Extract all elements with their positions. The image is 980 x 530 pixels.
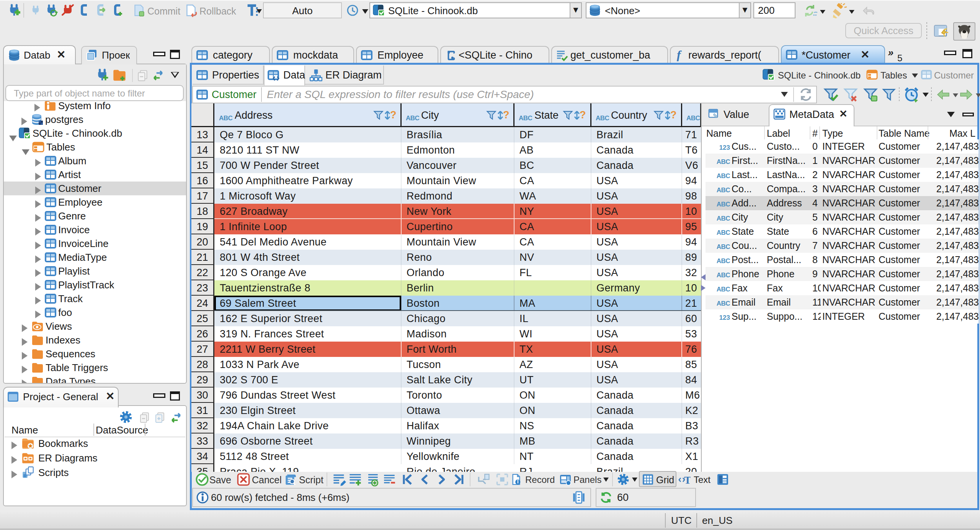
- svg-text:T: T: [684, 474, 691, 486]
- svg-text:f: f: [677, 49, 682, 61]
